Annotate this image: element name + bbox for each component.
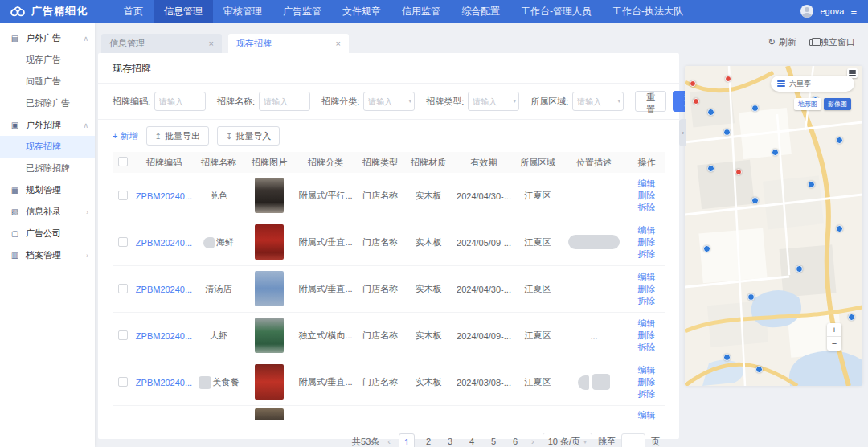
sign-name-input[interactable]: [259, 92, 310, 111]
menu-ad-supervision[interactable]: 广告监管: [272, 0, 332, 23]
menu-toggle-icon[interactable]: ≡: [850, 6, 857, 18]
edit-link[interactable]: 编辑: [628, 364, 665, 376]
standalone-window-button[interactable]: 独立窗口: [809, 36, 855, 48]
edit-link[interactable]: 编辑: [628, 224, 665, 236]
sign-image-thumbnail[interactable]: [255, 408, 284, 420]
map-panel[interactable]: 六里亭 地形图 影像图 + −: [685, 66, 862, 386]
jump-page-input[interactable]: [621, 433, 645, 447]
sign-code-link[interactable]: ZPBM20240...: [133, 191, 194, 201]
demolish-link[interactable]: 拆除: [628, 248, 665, 260]
user-avatar[interactable]: [800, 5, 813, 18]
sign-code-link[interactable]: ZPBM20240...: [133, 331, 194, 341]
sign-type-select[interactable]: [468, 92, 519, 111]
menu-audit-management[interactable]: 审核管理: [213, 0, 272, 23]
menu-credit-supervision[interactable]: 信用监管: [391, 0, 451, 23]
demolish-link[interactable]: 拆除: [628, 202, 665, 214]
sidebar-item-ad-company[interactable]: ▢ 广告公司: [0, 223, 95, 244]
sidebar-group-info-supplement[interactable]: ▧ 信息补录 ›: [0, 201, 95, 223]
map-poi-marker[interactable]: [848, 314, 855, 321]
map-poi-marker[interactable]: [693, 98, 699, 105]
sidebar-item-existing-sign[interactable]: 现存招牌: [0, 136, 95, 158]
select-all-checkbox[interactable]: [118, 157, 128, 166]
district-select[interactable]: [572, 92, 624, 111]
sidebar-group-archive[interactable]: ▥ 档案管理 ›: [0, 244, 95, 266]
map-poi-marker[interactable]: [772, 149, 779, 156]
row-checkbox[interactable]: [118, 284, 128, 293]
map-poi-marker[interactable]: [723, 354, 731, 361]
tab-existing-sign[interactable]: 现存招牌 ×: [228, 34, 349, 53]
reset-button[interactable]: 重置: [635, 91, 666, 112]
close-icon[interactable]: ×: [209, 39, 214, 48]
delete-link[interactable]: 删除: [628, 376, 665, 388]
sidebar-group-outdoor-sign[interactable]: ▣ 户外招牌 ∧: [0, 114, 95, 136]
delete-link[interactable]: 删除: [628, 190, 665, 202]
map-poi-marker[interactable]: [796, 265, 803, 273]
map-poi-marker[interactable]: [751, 197, 759, 204]
map-poi-marker[interactable]: [735, 169, 742, 175]
close-icon[interactable]: ×: [336, 39, 341, 48]
row-checkbox[interactable]: [118, 330, 128, 340]
edit-link[interactable]: 编辑: [628, 178, 665, 190]
demolish-link[interactable]: 拆除: [628, 342, 665, 354]
demolish-link[interactable]: 拆除: [628, 295, 665, 307]
menu-info-management[interactable]: 信息管理: [154, 0, 213, 23]
menu-home[interactable]: 首页: [113, 0, 154, 23]
page-1[interactable]: 1: [399, 433, 415, 447]
edit-link[interactable]: 编辑: [628, 318, 665, 330]
sidebar-item-existing-ad[interactable]: 现存广告: [0, 49, 95, 71]
map-poi-marker[interactable]: [707, 165, 714, 172]
edit-link[interactable]: 编辑: [628, 409, 665, 421]
batch-import-button[interactable]: ↧批量导入: [217, 126, 280, 146]
sign-code-link[interactable]: ZPBM20240...: [133, 285, 194, 294]
sign-image-thumbnail[interactable]: [255, 271, 284, 306]
sidebar-item-problem-ad[interactable]: 问题广告: [0, 71, 95, 92]
map-poi-marker[interactable]: [751, 105, 759, 112]
menu-workbench-admin[interactable]: 工作台-管理人员: [510, 0, 602, 23]
delete-link[interactable]: 删除: [628, 283, 665, 295]
map-poi-marker[interactable]: [725, 76, 731, 82]
sign-image-thumbnail[interactable]: [255, 364, 284, 400]
sign-category-select[interactable]: [363, 92, 415, 111]
delete-link[interactable]: 删除: [628, 236, 665, 248]
edit-link[interactable]: 编辑: [628, 271, 665, 283]
add-button[interactable]: + 新增: [113, 130, 138, 142]
imagery-map-button[interactable]: 影像图: [824, 98, 851, 110]
prev-page-icon[interactable]: ‹: [385, 437, 393, 446]
batch-export-button[interactable]: ↥批量导出: [146, 126, 209, 146]
page-5[interactable]: 5: [485, 433, 502, 447]
map-poi-marker[interactable]: [755, 366, 763, 373]
terrain-map-button[interactable]: 地形图: [794, 98, 821, 110]
zoom-out-button[interactable]: −: [827, 337, 841, 351]
sign-image-thumbnail[interactable]: [255, 224, 284, 260]
sign-image-thumbnail[interactable]: [255, 318, 284, 353]
page-4[interactable]: 4: [464, 433, 480, 447]
page-6[interactable]: 6: [507, 433, 523, 447]
map-poi-marker[interactable]: [836, 225, 843, 232]
zoom-in-button[interactable]: +: [827, 323, 841, 337]
refresh-button[interactable]: ↻ 刷新: [768, 36, 796, 48]
sign-image-thumbnail[interactable]: [255, 178, 284, 213]
map-search-box[interactable]: 六里亭: [771, 76, 854, 92]
map-poi-marker[interactable]: [703, 245, 710, 252]
menu-workbench-enforcement[interactable]: 工作台-执法大队: [602, 0, 694, 23]
sidebar-item-removed-ad[interactable]: 已拆除广告: [0, 92, 95, 114]
sidebar-group-outdoor-ad[interactable]: ▤ 户外广告 ∧: [0, 27, 95, 49]
row-checkbox[interactable]: [118, 191, 128, 200]
map-poi-marker[interactable]: [808, 181, 815, 188]
page-2[interactable]: 2: [420, 433, 436, 447]
map-collapse-handle[interactable]: ‹: [679, 119, 686, 146]
sign-code-input[interactable]: [154, 92, 206, 111]
map-poi-marker[interactable]: [836, 137, 843, 144]
sidebar-item-planning[interactable]: ▦ 规划管理: [0, 179, 95, 201]
sign-code-link[interactable]: ZPBM20240...: [133, 238, 194, 248]
sidebar-item-removed-sign[interactable]: 已拆除招牌: [0, 158, 95, 179]
delete-link[interactable]: 删除: [628, 330, 665, 342]
sign-code-link[interactable]: ZPBM20240...: [133, 378, 194, 388]
next-page-icon[interactable]: ›: [529, 437, 537, 446]
menu-comprehensive-config[interactable]: 综合配置: [451, 0, 510, 23]
row-checkbox[interactable]: [118, 377, 128, 387]
row-checkbox[interactable]: [118, 237, 128, 247]
menu-document-rules[interactable]: 文件规章: [332, 0, 391, 23]
map-poi-marker[interactable]: [747, 293, 755, 301]
page-3[interactable]: 3: [442, 433, 458, 447]
